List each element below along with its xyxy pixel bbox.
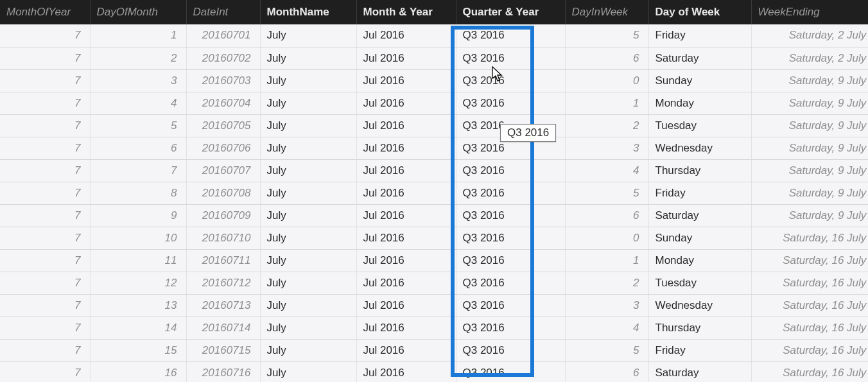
cell-monthOfYear[interactable]: 7 xyxy=(0,204,90,227)
cell-dateInt[interactable]: 20160705 xyxy=(186,114,260,137)
table-row[interactable]: 7320160703JulyJul 2016Q3 20160SundaySatu… xyxy=(0,69,868,92)
cell-dayInWeek[interactable]: 1 xyxy=(565,249,648,272)
cell-monthOfYear[interactable]: 7 xyxy=(0,92,90,114)
cell-dayOfMonth[interactable]: 6 xyxy=(90,137,186,159)
table-row[interactable]: 71620160716JulyJul 2016Q3 20166SaturdayS… xyxy=(0,361,868,382)
cell-dayInWeek[interactable]: 2 xyxy=(565,114,648,137)
cell-monthName[interactable]: July xyxy=(260,339,356,361)
cell-monthYear[interactable]: Jul 2016 xyxy=(356,92,456,114)
column-header-dateInt[interactable]: DateInt xyxy=(186,0,260,24)
cell-monthName[interactable]: July xyxy=(260,249,356,272)
cell-weekEnding[interactable]: Saturday, 16 July 2 xyxy=(751,272,868,294)
cell-dateInt[interactable]: 20160704 xyxy=(186,92,260,114)
cell-quarterYear[interactable]: Q3 2016 xyxy=(456,249,565,272)
cell-quarterYear[interactable]: Q3 2016 xyxy=(456,204,565,227)
cell-weekEnding[interactable]: Saturday, 2 July 2 xyxy=(751,24,868,47)
cell-quarterYear[interactable]: Q3 2016 xyxy=(456,294,565,317)
cell-dayOfWeek[interactable]: Saturday xyxy=(648,47,751,69)
cell-monthYear[interactable]: Jul 2016 xyxy=(356,339,456,361)
cell-dateInt[interactable]: 20160701 xyxy=(186,24,260,47)
cell-weekEnding[interactable]: Saturday, 16 July 2 xyxy=(751,227,868,249)
cell-dateInt[interactable]: 20160702 xyxy=(186,47,260,69)
table-row[interactable]: 71120160711JulyJul 2016Q3 20161MondaySat… xyxy=(0,249,868,272)
cell-monthName[interactable]: July xyxy=(260,24,356,47)
cell-weekEnding[interactable]: Saturday, 16 July 2 xyxy=(751,294,868,317)
table-row[interactable]: 7920160709JulyJul 2016Q3 20166SaturdaySa… xyxy=(0,204,868,227)
cell-dayOfMonth[interactable]: 5 xyxy=(90,114,186,137)
cell-dayInWeek[interactable]: 3 xyxy=(565,294,648,317)
cell-monthOfYear[interactable]: 7 xyxy=(0,249,90,272)
column-header-dayOfWeek[interactable]: Day of Week xyxy=(648,0,751,24)
cell-dayOfWeek[interactable]: Sunday xyxy=(648,227,751,249)
cell-dayOfMonth[interactable]: 3 xyxy=(90,69,186,92)
table-row[interactable]: 71320160713JulyJul 2016Q3 20163Wednesday… xyxy=(0,294,868,317)
cell-monthOfYear[interactable]: 7 xyxy=(0,182,90,204)
table-row[interactable]: 71520160715JulyJul 2016Q3 20165FridaySat… xyxy=(0,339,868,361)
cell-dayOfMonth[interactable]: 7 xyxy=(90,159,186,182)
cell-monthName[interactable]: July xyxy=(260,204,356,227)
cell-monthYear[interactable]: Jul 2016 xyxy=(356,182,456,204)
cell-monthYear[interactable]: Jul 2016 xyxy=(356,159,456,182)
cell-dayOfWeek[interactable]: Friday xyxy=(648,182,751,204)
cell-dateInt[interactable]: 20160714 xyxy=(186,317,260,339)
cell-monthName[interactable]: July xyxy=(260,361,356,382)
cell-dayOfWeek[interactable]: Saturday xyxy=(648,361,751,382)
cell-dateInt[interactable]: 20160716 xyxy=(186,361,260,382)
cell-dayInWeek[interactable]: 2 xyxy=(565,272,648,294)
cell-dayOfMonth[interactable]: 16 xyxy=(90,361,186,382)
cell-weekEnding[interactable]: Saturday, 16 July 2 xyxy=(751,339,868,361)
cell-weekEnding[interactable]: Saturday, 16 July 2 xyxy=(751,249,868,272)
cell-monthName[interactable]: July xyxy=(260,159,356,182)
column-header-weekEnding[interactable]: WeekEnding xyxy=(751,0,868,24)
cell-dayOfMonth[interactable]: 13 xyxy=(90,294,186,317)
cell-dayOfWeek[interactable]: Wednesday xyxy=(648,294,751,317)
cell-dayOfWeek[interactable]: Monday xyxy=(648,249,751,272)
cell-dayOfWeek[interactable]: Tuesday xyxy=(648,114,751,137)
cell-monthOfYear[interactable]: 7 xyxy=(0,339,90,361)
cell-monthOfYear[interactable]: 7 xyxy=(0,159,90,182)
cell-dayInWeek[interactable]: 4 xyxy=(565,159,648,182)
cell-quarterYear[interactable]: Q3 2016 xyxy=(456,69,565,92)
column-header-monthOfYear[interactable]: MonthOfYear xyxy=(0,0,90,24)
column-header-dayInWeek[interactable]: DayInWeek xyxy=(565,0,648,24)
cell-monthYear[interactable]: Jul 2016 xyxy=(356,69,456,92)
cell-monthOfYear[interactable]: 7 xyxy=(0,47,90,69)
table-row[interactable]: 7420160704JulyJul 2016Q3 20161MondaySatu… xyxy=(0,92,868,114)
table-row[interactable]: 7820160708JulyJul 2016Q3 20165FridaySatu… xyxy=(0,182,868,204)
cell-dayOfWeek[interactable]: Saturday xyxy=(648,204,751,227)
cell-monthName[interactable]: July xyxy=(260,227,356,249)
cell-dayOfMonth[interactable]: 8 xyxy=(90,182,186,204)
cell-quarterYear[interactable]: Q3 2016 xyxy=(456,92,565,114)
cell-dayOfMonth[interactable]: 10 xyxy=(90,227,186,249)
cell-dayOfMonth[interactable]: 4 xyxy=(90,92,186,114)
cell-monthName[interactable]: July xyxy=(260,182,356,204)
cell-weekEnding[interactable]: Saturday, 9 July 2 xyxy=(751,137,868,159)
table-row[interactable]: 7620160706JulyJul 2016Q3 20163WednesdayS… xyxy=(0,137,868,159)
cell-weekEnding[interactable]: Saturday, 16 July 2 xyxy=(751,361,868,382)
cell-dateInt[interactable]: 20160715 xyxy=(186,339,260,361)
table-row[interactable]: 7520160705JulyJul 2016Q3 20162TuesdaySat… xyxy=(0,114,868,137)
cell-quarterYear[interactable]: Q3 2016 xyxy=(456,182,565,204)
cell-monthOfYear[interactable]: 7 xyxy=(0,69,90,92)
table-row[interactable]: 71020160710JulyJul 2016Q3 20160SundaySat… xyxy=(0,227,868,249)
cell-dateInt[interactable]: 20160707 xyxy=(186,159,260,182)
cell-dateInt[interactable]: 20160711 xyxy=(186,249,260,272)
cell-dayOfMonth[interactable]: 2 xyxy=(90,47,186,69)
cell-monthName[interactable]: July xyxy=(260,317,356,339)
cell-monthYear[interactable]: Jul 2016 xyxy=(356,249,456,272)
cell-dayOfMonth[interactable]: 12 xyxy=(90,272,186,294)
cell-quarterYear[interactable]: Q3 2016 xyxy=(456,159,565,182)
cell-dateInt[interactable]: 20160712 xyxy=(186,272,260,294)
cell-dayInWeek[interactable]: 5 xyxy=(565,24,648,47)
cell-dayOfWeek[interactable]: Friday xyxy=(648,24,751,47)
cell-monthOfYear[interactable]: 7 xyxy=(0,272,90,294)
cell-dayOfWeek[interactable]: Thursday xyxy=(648,159,751,182)
cell-monthName[interactable]: July xyxy=(260,69,356,92)
cell-quarterYear[interactable]: Q3 2016 xyxy=(456,339,565,361)
cell-weekEnding[interactable]: Saturday, 9 July 2 xyxy=(751,92,868,114)
cell-monthOfYear[interactable]: 7 xyxy=(0,227,90,249)
cell-weekEnding[interactable]: Saturday, 9 July 2 xyxy=(751,204,868,227)
cell-weekEnding[interactable]: Saturday, 9 July 2 xyxy=(751,69,868,92)
cell-monthName[interactable]: July xyxy=(260,92,356,114)
cell-quarterYear[interactable]: Q3 2016 xyxy=(456,272,565,294)
